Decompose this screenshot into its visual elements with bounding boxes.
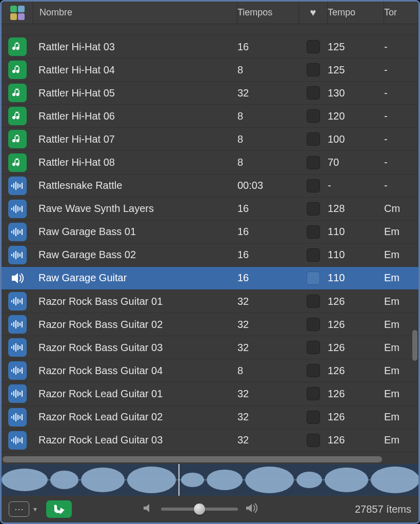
favorite-cell <box>299 429 328 452</box>
loop-key: - <box>384 59 418 81</box>
favorite-checkbox[interactable] <box>307 109 320 123</box>
chevron-down-icon[interactable]: ▾ <box>33 505 37 513</box>
column-header-tempo[interactable]: Tempo <box>328 2 384 24</box>
favorite-checkbox[interactable] <box>307 411 320 424</box>
favorite-checkbox[interactable] <box>307 387 320 400</box>
loop-beats: 8 <box>237 359 299 382</box>
favorite-cell <box>299 244 328 266</box>
list-item[interactable]: Raw Garage Bass 0216110Em <box>2 244 418 267</box>
audio-loop-icon <box>8 315 27 334</box>
loop-name: Rave Wave Synth Layers <box>33 198 237 220</box>
list-item[interactable]: Rave Wave Synth Layers16128Cm <box>2 198 418 221</box>
list-item[interactable]: Razor Rock Bass Guitar 0332126Em <box>2 336 418 359</box>
list-item[interactable]: Rattler Hi-Hat 0316125- <box>2 35 418 59</box>
waveform-preview[interactable] <box>2 464 418 496</box>
loop-beats: 16 <box>237 267 299 289</box>
vertical-scroll-thumb[interactable] <box>412 330 417 361</box>
loop-tempo: 120 <box>328 105 384 127</box>
list-item[interactable]: Razor Rock Bass Guitar 0232126Em <box>2 313 418 336</box>
volume-slider[interactable] <box>161 508 238 511</box>
loop-beats: 32 <box>237 406 299 429</box>
midi-loop-icon <box>8 153 27 172</box>
more-options-button[interactable]: ⋯ <box>9 501 29 517</box>
svg-point-78 <box>371 467 418 493</box>
column-header-key[interactable]: Tor <box>384 2 418 24</box>
column-header-favorite[interactable]: ♥ <box>299 2 328 24</box>
favorite-cell <box>299 82 328 104</box>
favorite-cell <box>299 267 328 289</box>
category-browser-button[interactable] <box>2 2 33 24</box>
favorite-checkbox[interactable] <box>307 156 320 169</box>
favorite-checkbox[interactable] <box>307 132 320 146</box>
loop-beats: 16 <box>237 198 299 220</box>
loop-beats: 32 <box>237 290 299 313</box>
loop-tempo: 126 <box>328 313 384 336</box>
list-item[interactable]: Raw Garage Guitar16110Em <box>2 267 418 290</box>
favorite-cell <box>299 105 328 127</box>
loop-beats: 8 <box>237 128 299 150</box>
loop-type-icon-cell <box>2 24 33 35</box>
list-item[interactable]: Raw Garage Bass 0116110Em <box>2 221 418 244</box>
horizontal-scroll-thumb[interactable] <box>3 456 382 462</box>
list-item[interactable]: Rattler Hi-Hat 048125- <box>2 59 418 82</box>
column-header-tiempos[interactable]: Tiempos <box>237 2 299 24</box>
favorite-checkbox[interactable] <box>307 202 320 216</box>
list-item[interactable]: Rattler Hi-Hat 068120- <box>2 105 418 128</box>
favorite-cell <box>299 198 328 220</box>
favorite-checkbox[interactable] <box>307 40 320 53</box>
list-item[interactable]: Rattler Hi-Hat 0532130- <box>2 82 418 105</box>
loop-tempo: 128 <box>328 198 384 220</box>
loop-key: Em <box>384 221 418 243</box>
audio-loop-icon <box>8 292 27 310</box>
playhead[interactable] <box>178 464 179 496</box>
loop-name: Rattler Hi-Hat 08 <box>33 151 237 173</box>
favorite-checkbox[interactable] <box>307 225 320 239</box>
loop-key: Em <box>384 406 418 429</box>
list-item[interactable]: Rattlesnake Rattle00:03-- <box>2 174 418 198</box>
loop-beats: 8 <box>237 105 299 127</box>
favorite-checkbox[interactable] <box>307 271 320 285</box>
favorite-checkbox[interactable] <box>307 364 320 377</box>
favorite-checkbox[interactable] <box>307 63 320 76</box>
loop-name: Razor Rock Lead Guitar 02 <box>33 406 237 429</box>
favorite-checkbox[interactable] <box>307 295 320 308</box>
list-item[interactable] <box>2 24 418 35</box>
favorite-checkbox[interactable] <box>307 318 320 331</box>
loop-list[interactable]: Rattler Hi-Hat 0316125-Rattler Hi-Hat 04… <box>2 24 418 455</box>
favorite-cell <box>299 313 328 336</box>
list-item[interactable]: Rattler Hi-Hat 078100- <box>2 128 418 151</box>
list-item[interactable]: Razor Rock Lead Guitar 0332126Em <box>2 429 418 452</box>
svg-point-75 <box>245 467 294 493</box>
favorite-checkbox[interactable] <box>307 86 320 100</box>
favorite-checkbox[interactable] <box>307 179 320 192</box>
list-item[interactable]: Razor Rock Lead Guitar 0132126Em <box>2 382 418 405</box>
horizontal-scrollbar[interactable] <box>2 455 418 464</box>
column-header-name[interactable]: Nombre <box>33 2 237 24</box>
list-item[interactable]: Razor Rock Lead Guitar 0232126Em <box>2 406 418 429</box>
favorite-checkbox[interactable] <box>307 341 320 354</box>
loop-type-icon-cell <box>2 267 33 289</box>
loop-name: Rattlesnake Rattle <box>33 174 237 197</box>
list-item[interactable]: Razor Rock Bass Guitar 048126Em <box>2 359 418 382</box>
midi-loop-icon <box>8 130 27 148</box>
loop-beats: 32 <box>237 82 299 104</box>
favorite-cell <box>299 359 328 382</box>
loop-name: Rattler Hi-Hat 05 <box>33 82 237 104</box>
svg-marker-24 <box>12 273 18 283</box>
favorite-checkbox[interactable] <box>307 248 320 262</box>
preview-play-button[interactable] <box>46 500 72 518</box>
list-item[interactable]: Razor Rock Bass Guitar 0132126Em <box>2 290 418 313</box>
footer-bar: ⋯ ▾ <box>2 496 418 522</box>
svg-point-73 <box>181 473 204 487</box>
audio-loop-icon <box>8 223 27 241</box>
list-item[interactable]: Rattler Hi-Hat 08870- <box>2 151 418 174</box>
loop-key: - <box>384 82 418 104</box>
loop-tempo <box>328 24 384 35</box>
volume-slider-knob[interactable] <box>194 503 205 515</box>
loop-type-icon-cell <box>2 151 33 173</box>
loop-beats <box>237 24 299 35</box>
favorite-cell <box>299 174 328 197</box>
loop-type-icon-cell <box>2 82 33 104</box>
loop-name: Razor Rock Lead Guitar 03 <box>33 429 237 452</box>
favorite-checkbox[interactable] <box>307 434 320 447</box>
